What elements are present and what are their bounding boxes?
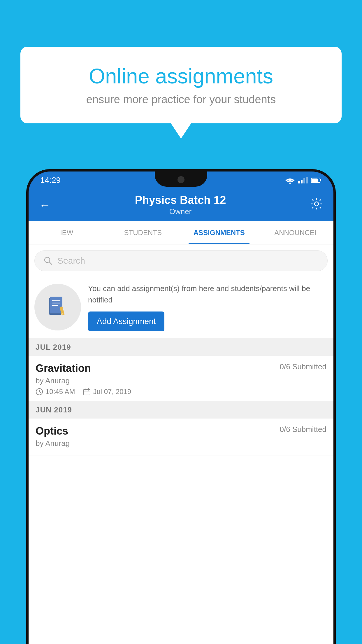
date-item-gravitation: Jul 07, 2019	[83, 388, 131, 396]
search-placeholder: Search	[57, 256, 85, 266]
header-title-group: Physics Batch 12 Owner	[135, 194, 226, 216]
search-bar[interactable]: Search	[34, 250, 328, 271]
time-item-gravitation: 10:45 AM	[36, 388, 75, 396]
tab-assignments-label: ASSIGNMENTS	[194, 229, 245, 237]
notebook-icon	[46, 295, 69, 319]
promo-card: You can add assignment(s) from here and …	[29, 276, 333, 339]
assignment-meta-gravitation: 10:45 AM Jul 07, 2019	[36, 388, 326, 396]
status-time: 14:29	[40, 176, 61, 185]
search-icon	[43, 256, 53, 265]
header-subtitle: Owner	[135, 207, 226, 216]
assignment-time-gravitation: 10:45 AM	[45, 388, 75, 396]
section-label-jun: JUN 2019	[36, 405, 72, 414]
assignment-title-gravitation: Gravitation	[36, 362, 91, 374]
assignment-item-optics[interactable]: Optics 0/6 Submitted by Anurag	[29, 419, 333, 456]
tab-iew-label: IEW	[60, 229, 73, 237]
wifi-icon	[285, 177, 295, 184]
svg-rect-3	[312, 178, 318, 182]
promo-description: You can add assignment(s) from here and …	[88, 283, 326, 306]
assignment-row1-optics: Optics 0/6 Submitted	[36, 425, 326, 437]
tab-announcements-label: ANNOUNCEI	[274, 229, 316, 237]
tab-announcements[interactable]: ANNOUNCEI	[257, 221, 334, 244]
phone-notch	[155, 172, 207, 187]
tab-assignments[interactable]: ASSIGNMENTS	[181, 221, 257, 244]
speech-bubble: Online assignments ensure more practice …	[20, 47, 342, 123]
bubble-subtitle: ensure more practice for your students	[41, 93, 321, 106]
assignment-row1-gravitation: Gravitation 0/6 Submitted	[36, 362, 326, 374]
promo-text-area: You can add assignment(s) from here and …	[88, 283, 326, 331]
tab-iew[interactable]: IEW	[29, 221, 105, 244]
status-icons	[285, 177, 322, 184]
header-title: Physics Batch 12	[135, 194, 226, 206]
section-header-jun: JUN 2019	[29, 401, 333, 419]
assignment-item-gravitation[interactable]: Gravitation 0/6 Submitted by Anurag 10:4…	[29, 356, 333, 401]
svg-rect-17	[84, 389, 90, 395]
assignment-title-optics: Optics	[36, 425, 68, 437]
promo-icon-circle	[34, 284, 81, 330]
calendar-icon	[83, 388, 91, 396]
assignment-submitted-optics: 0/6 Submitted	[280, 425, 326, 434]
add-assignment-button[interactable]: Add Assignment	[88, 312, 164, 331]
back-button[interactable]: ←	[39, 199, 51, 212]
signal-icon	[298, 177, 308, 183]
tab-bar: IEW STUDENTS ASSIGNMENTS ANNOUNCEI	[29, 221, 333, 244]
tab-students-label: STUDENTS	[124, 229, 162, 237]
front-camera	[178, 176, 184, 183]
assignment-submitted-gravitation: 0/6 Submitted	[280, 362, 326, 371]
svg-line-16	[39, 392, 41, 393]
svg-line-6	[49, 262, 52, 265]
section-header-jul: JUL 2019	[29, 339, 333, 356]
speech-bubble-container: Online assignments ensure more practice …	[20, 47, 342, 123]
tab-students[interactable]: STUDENTS	[105, 221, 181, 244]
svg-rect-2	[320, 179, 321, 181]
clock-icon	[36, 388, 43, 396]
assignment-date-gravitation: Jul 07, 2019	[93, 388, 131, 396]
settings-icon[interactable]	[310, 197, 323, 213]
bubble-title: Online assignments	[41, 64, 321, 88]
screen-content: Search	[29, 244, 333, 644]
phone-mockup: 14:29	[26, 169, 336, 644]
app-header: ← Physics Batch 12 Owner	[29, 189, 333, 221]
assignment-by-gravitation: by Anurag	[36, 376, 326, 385]
phone-inner: 14:29	[29, 172, 333, 644]
assignment-by-optics: by Anurag	[36, 439, 326, 448]
battery-icon	[311, 177, 322, 183]
section-label-jul: JUL 2019	[36, 343, 71, 351]
svg-point-4	[314, 202, 319, 206]
svg-point-0	[289, 183, 291, 184]
